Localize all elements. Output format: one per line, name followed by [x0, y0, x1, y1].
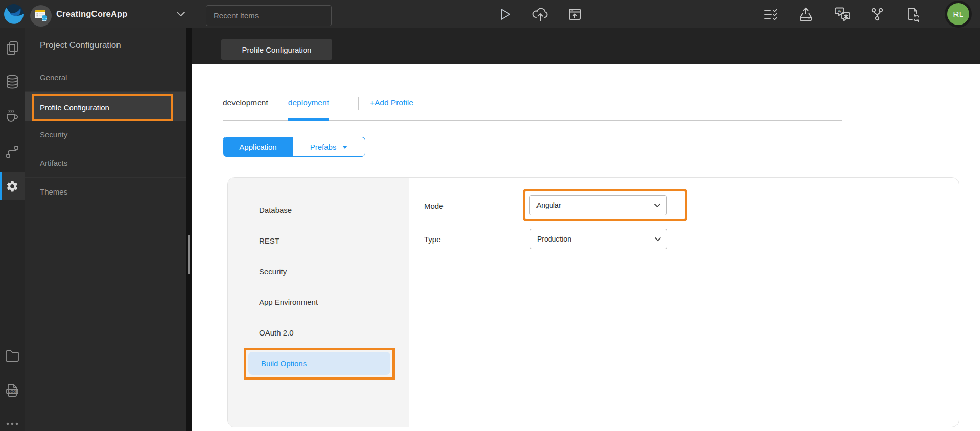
orange-highlight-box: Angular	[523, 189, 687, 221]
file-sync-icon[interactable]	[905, 0, 921, 28]
panel-item-general[interactable]: General	[25, 63, 186, 92]
export-icon[interactable]	[798, 0, 814, 28]
apis-icon[interactable]	[0, 144, 25, 159]
logs-icon[interactable]: LOG	[0, 382, 25, 398]
tab-deployment[interactable]: deployment	[288, 96, 329, 121]
mode-select[interactable]: Angular	[529, 195, 667, 216]
topbar: CreatingCoreApp	[0, 0, 980, 28]
settings-subnav: Database REST Security App Environment O…	[228, 178, 409, 427]
panel-item-artifacts[interactable]: Artifacts	[25, 149, 186, 178]
main-topbar: Profile Configuration	[192, 28, 980, 64]
type-select-value: Production	[537, 235, 571, 243]
more-icon[interactable]	[0, 419, 25, 429]
mode-label: Mode	[424, 196, 444, 216]
settings-card: Database REST Security App Environment O…	[227, 177, 959, 427]
icon-rail: LOG	[0, 28, 25, 431]
main-content: development deployment +Add Profile Appl…	[192, 64, 980, 431]
project-name[interactable]: CreatingCoreApp	[56, 0, 128, 28]
mode-select-value: Angular	[536, 201, 561, 209]
panel-item-themes[interactable]: Themes	[25, 178, 186, 206]
toggle-prefabs-label: Prefabs	[310, 142, 337, 151]
panel-edge-strip	[186, 28, 192, 431]
subnav-item-rest[interactable]: REST	[228, 225, 409, 256]
main-area: Profile Configuration development deploy…	[192, 28, 980, 431]
caret-down-icon	[342, 146, 347, 149]
scope-toggle: Application Prefabs	[223, 137, 365, 157]
orange-highlight-box: Profile Configuration	[32, 94, 173, 121]
add-profile-button[interactable]: +Add Profile	[370, 96, 413, 107]
panel-item-security[interactable]: Security	[25, 121, 186, 149]
panel-item-label: Profile Configuration	[40, 103, 109, 112]
tab-development[interactable]: development	[223, 96, 268, 121]
recent-items-input[interactable]	[206, 5, 332, 26]
subnav-item-build-options[interactable]: Build Options	[248, 352, 390, 375]
profile-tabs: development deployment +Add Profile	[223, 96, 842, 121]
run-icon[interactable]	[498, 0, 512, 28]
svg-text:LOG: LOG	[9, 390, 16, 393]
database-icon[interactable]	[0, 74, 25, 89]
app-root: CreatingCoreApp	[0, 0, 980, 431]
subnav-item-oauth[interactable]: OAuth 2.0	[228, 317, 409, 348]
cloud-upload-icon[interactable]	[531, 0, 549, 28]
panel-item-profile-configuration[interactable]: Profile Configuration	[25, 92, 192, 121]
pages-icon[interactable]	[0, 41, 25, 55]
page-tab-profile-configuration[interactable]: Profile Configuration	[221, 39, 332, 60]
wavemaker-logo-icon[interactable]	[4, 4, 24, 24]
type-label: Type	[424, 229, 441, 249]
project-icon[interactable]	[30, 5, 52, 27]
panel-title: Project Configuration	[25, 28, 186, 63]
topbar-divider	[937, 0, 937, 28]
chevron-down-icon	[654, 203, 661, 208]
files-icon[interactable]	[0, 348, 25, 364]
svg-text:A: A	[838, 8, 841, 13]
app-preview-icon[interactable]	[568, 0, 582, 28]
checklist-icon[interactable]	[763, 0, 779, 28]
type-select[interactable]: Production	[530, 229, 667, 249]
tab-separator	[358, 97, 359, 110]
chevron-down-icon	[654, 237, 661, 242]
settings-icon[interactable]	[0, 172, 25, 200]
branch-icon[interactable]	[869, 0, 885, 28]
toggle-application[interactable]: Application	[223, 137, 293, 156]
project-config-panel: Project Configuration General Security A…	[25, 28, 186, 431]
scrollbar-thumb[interactable]	[188, 235, 190, 274]
orange-highlight-box: Build Options	[244, 348, 395, 380]
toggle-prefabs[interactable]: Prefabs	[293, 137, 365, 156]
chevron-down-icon[interactable]	[176, 0, 186, 28]
subnav-item-app-environment[interactable]: App Environment	[228, 286, 409, 317]
avatar-initials: RL	[947, 3, 969, 25]
subnav-item-database[interactable]: Database	[228, 195, 409, 225]
user-avatar[interactable]: RL	[945, 1, 972, 28]
translate-icon[interactable]: A	[834, 0, 851, 28]
java-services-icon[interactable]	[0, 107, 25, 124]
subnav-item-security[interactable]: Security	[228, 256, 409, 286]
